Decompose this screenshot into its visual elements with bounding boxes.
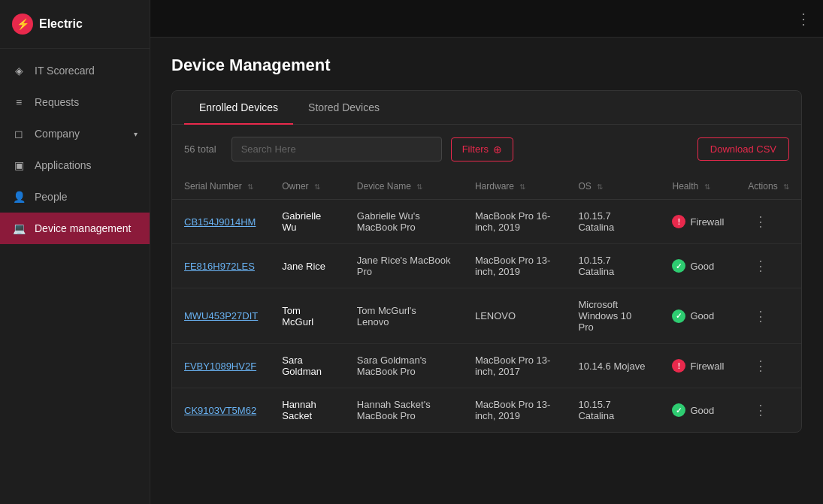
people-icon: 👤 <box>12 190 26 204</box>
cell-actions: ⋮ <box>736 288 801 344</box>
row-actions-button[interactable]: ⋮ <box>748 399 775 421</box>
serial-link[interactable]: FE816H972LES <box>184 261 255 272</box>
health-status-icon: ✓ <box>672 403 685 417</box>
sidebar-item-label: Requests <box>35 96 79 108</box>
sidebar-item-label: IT Scorecard <box>35 65 95 77</box>
chevron-down-icon: ▾ <box>134 130 138 138</box>
cell-device: Sara Goldman's MacBook Pro <box>345 344 463 388</box>
owner-name: Sara Goldman <box>282 355 322 377</box>
logo-text: Electric <box>39 17 83 31</box>
owner-name: Hannah Sacket <box>282 399 316 421</box>
sidebar-item-requests[interactable]: ≡ Requests <box>0 86 150 118</box>
cell-health: ! Firewall <box>660 344 736 388</box>
col-os: OS ⇅ <box>566 174 660 200</box>
sidebar-item-it-scorecard[interactable]: ◈ IT Scorecard <box>0 55 150 86</box>
table-row: FVBY1089HV2F Sara Goldman Sara Goldman's… <box>172 344 801 388</box>
requests-icon: ≡ <box>12 95 26 109</box>
logo: ⚡ Electric <box>0 0 150 49</box>
table-row: CK9103VT5M62 Hannah Sacket Hannah Sacket… <box>172 388 801 433</box>
devices-table: Serial Number ⇅ Owner ⇅ Device Name ⇅ <box>172 174 801 432</box>
tab-enrolled-devices[interactable]: Enrolled Devices <box>184 91 293 124</box>
row-actions-button[interactable]: ⋮ <box>748 305 775 327</box>
main-content: ⋮ Device Management Enrolled Devices Sto… <box>150 0 823 504</box>
table-row: FE816H972LES Jane Rice Jane Rice's MacBo… <box>172 244 801 288</box>
tab-stored-devices[interactable]: Stored Devices <box>293 91 395 124</box>
cell-device: Tom McGurl's Lenovo <box>345 288 463 344</box>
cell-serial: CK9103VT5M62 <box>172 388 270 433</box>
table-header-row: Serial Number ⇅ Owner ⇅ Device Name ⇅ <box>172 174 801 200</box>
filter-button[interactable]: Filters ⊕ <box>451 137 513 161</box>
row-actions-button[interactable]: ⋮ <box>748 255 775 277</box>
cell-device: Jane Rice's MacBook Pro <box>345 244 463 288</box>
cell-health: ✓ Good <box>660 244 736 288</box>
health-badge: ✓ Good <box>672 309 714 323</box>
sidebar-item-people[interactable]: 👤 People <box>0 181 150 213</box>
device-management-card: Enrolled Devices Stored Devices 56 total… <box>171 90 802 433</box>
sidebar-item-device-management[interactable]: 💻 Device management <box>0 213 150 244</box>
sidebar-item-label: People <box>35 191 68 203</box>
tab-bar: Enrolled Devices Stored Devices <box>172 91 801 125</box>
owner-name: Tom McGurl <box>282 305 313 327</box>
row-actions-button[interactable]: ⋮ <box>748 355 775 377</box>
sidebar-item-company[interactable]: ◻ Company ▾ <box>0 118 150 149</box>
more-options-icon[interactable]: ⋮ <box>796 10 811 28</box>
health-status-icon: ✓ <box>672 259 685 273</box>
health-badge: ! Firewall <box>672 359 724 373</box>
col-health: Health ⇅ <box>660 174 736 200</box>
cell-health: ! Firewall <box>660 200 736 244</box>
cell-os: 10.15.7 Catalina <box>566 244 660 288</box>
it-scorecard-icon: ◈ <box>12 64 26 77</box>
table-controls: 56 total Filters ⊕ Download CSV <box>172 125 801 174</box>
company-icon: ◻ <box>12 127 26 140</box>
cell-owner: Gabrielle Wu <box>270 200 345 244</box>
table-row: CB154J9014HM Gabrielle Wu Gabrielle Wu's… <box>172 200 801 244</box>
sidebar-nav: ◈ IT Scorecard ≡ Requests ◻ Company ▾ ▣ … <box>0 49 150 504</box>
download-csv-button[interactable]: Download CSV <box>697 137 789 161</box>
col-device: Device Name ⇅ <box>345 174 463 200</box>
cell-owner: Tom McGurl <box>270 288 345 344</box>
sidebar-item-applications[interactable]: ▣ Applications <box>0 149 150 181</box>
cell-serial: CB154J9014HM <box>172 200 270 244</box>
sort-icon: ⇅ <box>314 183 320 191</box>
search-input[interactable] <box>231 137 442 161</box>
health-label: Good <box>690 310 714 321</box>
sort-icon: ⇅ <box>704 183 710 191</box>
cell-hardware: MacBook Pro 13-inch, 2017 <box>463 344 567 388</box>
cell-os: 10.14.6 Mojave <box>566 344 660 388</box>
cell-health: ✓ Good <box>660 288 736 344</box>
cell-os: 10.15.7 Catalina <box>566 388 660 433</box>
table-row: MWU453P27DIT Tom McGurl Tom McGurl's Len… <box>172 288 801 344</box>
row-actions-button[interactable]: ⋮ <box>748 210 775 233</box>
total-count: 56 total <box>184 143 216 155</box>
cell-device: Gabrielle Wu's MacBook Pro <box>345 200 463 244</box>
cell-actions: ⋮ <box>736 344 801 388</box>
serial-link[interactable]: MWU453P27DIT <box>184 310 258 321</box>
health-label: Firewall <box>690 216 724 228</box>
owner-name: Jane Rice <box>282 261 325 272</box>
sidebar-item-label: Company <box>35 128 80 140</box>
cell-hardware: MacBook Pro 13-inch, 2019 <box>463 388 567 433</box>
sort-icon: ⇅ <box>416 183 422 191</box>
cell-hardware: MacBook Pro 16-inch, 2019 <box>463 200 567 244</box>
cell-serial: FE816H972LES <box>172 244 270 288</box>
health-status-icon: ! <box>672 359 685 373</box>
col-serial: Serial Number ⇅ <box>172 174 270 200</box>
serial-link[interactable]: CB154J9014HM <box>184 216 256 228</box>
health-badge: ✓ Good <box>672 403 714 417</box>
health-badge: ✓ Good <box>672 259 714 273</box>
cell-health: ✓ Good <box>660 388 736 433</box>
serial-link[interactable]: FVBY1089HV2F <box>184 361 256 372</box>
applications-icon: ▣ <box>12 158 26 172</box>
cell-actions: ⋮ <box>736 388 801 433</box>
cell-device: Hannah Sacket's MacBook Pro <box>345 388 463 433</box>
cell-actions: ⋮ <box>736 200 801 244</box>
cell-hardware: LENOVO <box>463 288 567 344</box>
sort-icon: ⇅ <box>597 183 603 191</box>
sidebar: ⚡ Electric ◈ IT Scorecard ≡ Requests ◻ C… <box>0 0 150 504</box>
owner-name: Gabrielle Wu <box>282 210 321 233</box>
cell-os: Microsoft Windows 10 Pro <box>566 288 660 344</box>
sort-icon: ⇅ <box>519 183 525 191</box>
col-actions: Actions ⇅ <box>736 174 801 200</box>
serial-link[interactable]: CK9103VT5M62 <box>184 405 256 416</box>
health-status-icon: ✓ <box>672 309 685 323</box>
